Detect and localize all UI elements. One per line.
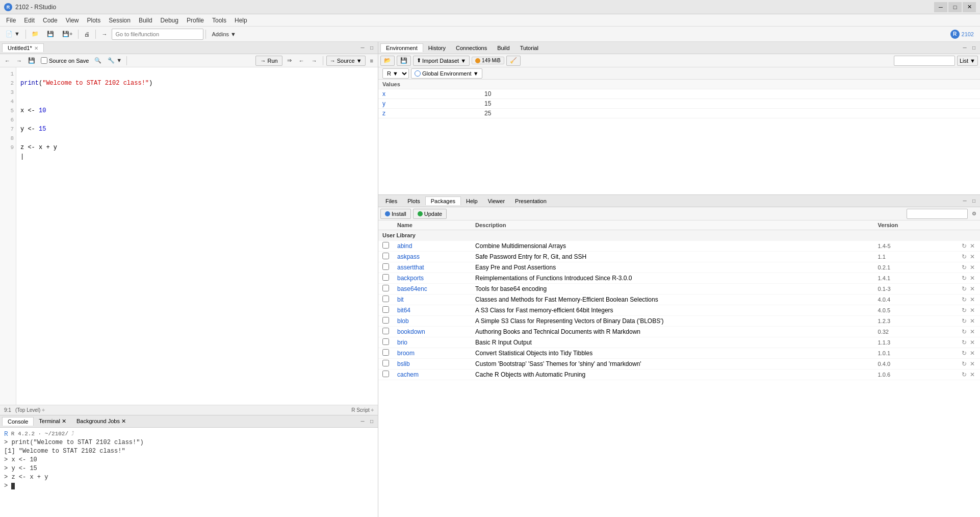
editor-save-btn[interactable]: 💾 (25, 56, 38, 66)
env-minimize-btn[interactable]: ─ (961, 44, 969, 52)
r-version-select[interactable]: R ▼ (382, 68, 409, 79)
menu-help[interactable]: Help (230, 16, 251, 25)
editor-maximize-btn[interactable]: □ (368, 44, 376, 52)
pkg-delete-btn[interactable]: ✕ (969, 275, 976, 282)
env-tab-tutorial[interactable]: Tutorial (515, 44, 544, 52)
goto-arrow-button[interactable]: → (98, 29, 111, 40)
pkg-update-btn[interactable]: ↻ (961, 253, 968, 260)
pkg-checkbox[interactable] (382, 317, 389, 324)
pkg-checkbox[interactable] (382, 371, 389, 377)
pkg-delete-btn[interactable]: ✕ (969, 242, 976, 250)
save-all-button[interactable]: 💾+ (59, 29, 76, 40)
env-list-btn[interactable]: List ▼ (957, 56, 978, 66)
editor-search-btn[interactable]: 🔍 (92, 56, 104, 66)
env-maximize-btn[interactable]: □ (970, 44, 978, 52)
run-prev-btn[interactable]: ← (296, 56, 307, 66)
files-tab-files[interactable]: Files (380, 197, 402, 205)
global-env-button[interactable]: Global Environment ▼ (411, 68, 482, 79)
maximize-button[interactable]: □ (948, 2, 962, 12)
pkg-update-btn[interactable]: ↻ (961, 242, 968, 250)
pkg-name-link[interactable]: brio (397, 339, 407, 346)
files-minimize-btn[interactable]: ─ (961, 197, 969, 205)
env-tab-history[interactable]: History (423, 44, 451, 52)
source-button[interactable]: → Source ▼ (326, 56, 366, 66)
console-minimize-btn[interactable]: ─ (358, 417, 367, 426)
install-button[interactable]: Install (380, 209, 411, 219)
goto-input[interactable] (112, 29, 203, 40)
save-button[interactable]: 💾 (43, 29, 58, 40)
files-tab-packages[interactable]: Packages (425, 196, 461, 205)
editor-tab-untitled1[interactable]: Untitled1* ✕ (2, 43, 44, 52)
close-button[interactable]: ✕ (963, 2, 976, 12)
clear-env-btn[interactable]: 🧹 (506, 56, 521, 66)
pkg-checkbox[interactable] (382, 296, 389, 302)
pkg-update-btn[interactable]: ↻ (961, 371, 968, 378)
packages-search-input[interactable] (907, 209, 968, 219)
save-env-btn[interactable]: 💾 (397, 56, 411, 66)
pkg-delete-btn[interactable]: ✕ (969, 285, 976, 292)
pkg-delete-btn[interactable]: ✕ (969, 264, 976, 271)
pkg-update-btn[interactable]: ↻ (961, 307, 968, 314)
packages-options-btn[interactable]: ⚙ (970, 210, 978, 218)
update-button[interactable]: Update (413, 209, 447, 219)
pkg-name-link[interactable]: bslib (397, 360, 410, 367)
menu-debug[interactable]: Debug (157, 16, 183, 25)
import-dataset-btn[interactable]: ⬆ Import Dataset ▼ (413, 56, 470, 66)
pkg-name-link[interactable]: cachem (397, 371, 419, 378)
pkg-delete-btn[interactable]: ✕ (969, 371, 976, 378)
menu-session[interactable]: Session (105, 16, 135, 25)
pkg-update-btn[interactable]: ↻ (961, 317, 968, 325)
new-file-button[interactable]: 📄 ▼ (2, 29, 23, 40)
pkg-checkbox[interactable] (382, 253, 389, 259)
pkg-name-link[interactable]: abind (397, 242, 412, 250)
pkg-update-btn[interactable]: ↻ (961, 296, 968, 303)
pkg-update-btn[interactable]: ↻ (961, 285, 968, 292)
pkg-name-link[interactable]: backports (397, 275, 424, 282)
editor-tools-btn[interactable]: 🔧 ▼ (105, 56, 124, 66)
menu-edit[interactable]: Edit (20, 16, 39, 25)
files-maximize-btn[interactable]: □ (970, 197, 978, 205)
addins-button[interactable]: Addins ▼ (208, 29, 240, 40)
menu-profile[interactable]: Profile (183, 16, 208, 25)
editor-back-btn[interactable]: ← (2, 56, 13, 66)
editor-tab-close[interactable]: ✕ (34, 45, 38, 51)
console-tab-terminal[interactable]: Terminal ✕ (34, 417, 71, 426)
pkg-checkbox[interactable] (382, 360, 389, 366)
console-content[interactable]: R R 4.2.2 · ~/2102/ ⤴ > print("Welcome t… (0, 428, 378, 517)
pkg-delete-btn[interactable]: ✕ (969, 328, 976, 335)
pkg-update-btn[interactable]: ↻ (961, 264, 968, 271)
source-on-save-checkbox[interactable] (41, 57, 47, 64)
env-tab-connections[interactable]: Connections (451, 44, 492, 52)
pkg-name-link[interactable]: bookdown (397, 328, 425, 335)
files-tab-presentation[interactable]: Presentation (510, 197, 552, 205)
pkg-update-btn[interactable]: ↻ (961, 360, 968, 367)
pkg-delete-btn[interactable]: ✕ (969, 350, 976, 357)
pkg-checkbox[interactable] (382, 349, 389, 356)
pkg-name-link[interactable]: bit (397, 296, 404, 303)
menu-tools[interactable]: Tools (208, 16, 230, 25)
run-next-btn[interactable]: → (309, 56, 320, 66)
files-tab-help[interactable]: Help (461, 197, 483, 205)
pkg-checkbox[interactable] (382, 328, 389, 334)
pkg-checkbox[interactable] (382, 285, 389, 291)
pkg-delete-btn[interactable]: ✕ (969, 296, 976, 303)
pkg-delete-btn[interactable]: ✕ (969, 307, 976, 314)
pkg-update-btn[interactable]: ↻ (961, 328, 968, 335)
load-btn[interactable]: 📂 (380, 56, 395, 66)
pkg-name-link[interactable]: base64enc (397, 285, 427, 292)
menu-build[interactable]: Build (135, 16, 157, 25)
pkg-delete-btn[interactable]: ✕ (969, 339, 976, 346)
env-tab-environment[interactable]: Environment (380, 43, 423, 52)
console-tab-background-jobs[interactable]: Background Jobs ✕ (71, 417, 131, 426)
editor-mode[interactable]: R Script ÷ (351, 407, 374, 413)
open-file-button[interactable]: 📁 (28, 29, 42, 40)
run-all-btn[interactable]: ⇒ (285, 56, 294, 66)
pkg-update-btn[interactable]: ↻ (961, 339, 968, 346)
menu-code[interactable]: Code (39, 16, 62, 25)
menu-file[interactable]: File (2, 16, 20, 25)
pkg-update-btn[interactable]: ↻ (961, 350, 968, 357)
files-tab-viewer[interactable]: Viewer (483, 197, 510, 205)
pkg-name-link[interactable]: askpass (397, 253, 420, 260)
pkg-name-link[interactable]: bit64 (397, 307, 410, 314)
env-search-input[interactable] (894, 56, 955, 66)
